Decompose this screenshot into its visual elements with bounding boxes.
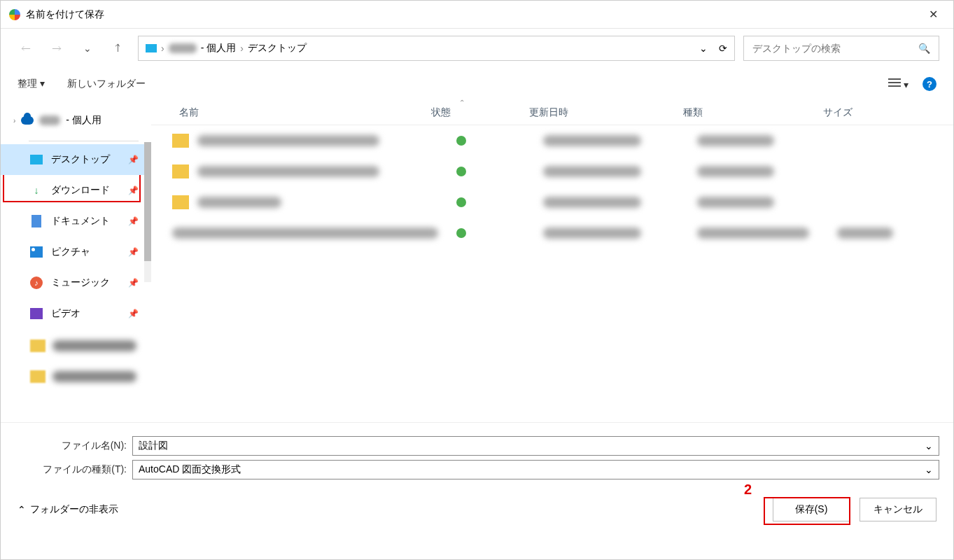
search-input[interactable]	[752, 43, 918, 54]
column-headers: 名前 状態 更新日時 種類 サイズ	[151, 100, 953, 125]
desktop-icon	[30, 155, 43, 164]
sync-status-icon	[456, 197, 466, 207]
onedrive-icon	[21, 116, 34, 125]
pin-icon[interactable]: 📌	[128, 309, 139, 318]
sidebar-item-redacted[interactable]	[30, 332, 139, 360]
up-button[interactable]: 🡑	[107, 37, 129, 59]
file-row[interactable]	[151, 187, 953, 218]
column-size[interactable]: サイズ	[823, 106, 893, 119]
organize-menu[interactable]: 整理 ▾	[17, 78, 45, 90]
sidebar-item-redacted[interactable]	[30, 363, 139, 391]
breadcrumb-leaf[interactable]: デスクトップ	[248, 42, 307, 55]
sidebar-item-downloads[interactable]: ↓ ダウンロード 📌	[1, 175, 151, 206]
chevron-right-icon[interactable]: ›	[13, 117, 15, 125]
filetype-combobox[interactable]: AutoCAD 図面交換形式 ⌄	[132, 460, 939, 479]
back-button[interactable]: 🡐	[15, 37, 37, 59]
sidebar-item-videos[interactable]: ビデオ 📌	[1, 298, 151, 329]
address-bar[interactable]: › - 個人用 › デスクトップ ⌄ ⟳	[138, 36, 735, 61]
chevron-right-icon: ›	[240, 43, 244, 54]
pin-icon[interactable]: 📌	[128, 247, 139, 257]
breadcrumb-user-suffix[interactable]: - 個人用	[201, 42, 237, 55]
sidebar: › - 個人用 1 デスクトップ 📌 ↓ ダウンロード 📌 ドキュメント 📌	[1, 100, 151, 422]
toolbar: 整理 ▾ 新しいフォルダー ▾ ?	[1, 68, 953, 100]
document-icon	[31, 215, 41, 227]
search-icon[interactable]: 🔍	[918, 43, 930, 54]
chevron-down-icon[interactable]: ⌄	[925, 440, 933, 451]
folder-icon	[172, 164, 189, 178]
chevron-down-icon[interactable]: ⌄	[925, 464, 933, 475]
save-button[interactable]: 保存(S)	[773, 498, 850, 522]
file-list: ⌃ 名前 状態 更新日時 種類 サイズ	[151, 100, 953, 422]
sort-indicator-icon: ⌃	[459, 99, 465, 106]
close-icon[interactable]: ✕	[922, 4, 945, 25]
file-row[interactable]	[151, 125, 953, 156]
pin-icon[interactable]: 📌	[128, 186, 139, 195]
tree-item-personal[interactable]: › - 個人用	[1, 107, 151, 134]
pin-icon[interactable]: 📌	[128, 278, 139, 288]
pin-icon[interactable]: 📌	[128, 216, 139, 226]
filetype-label: ファイルの種類(T):	[15, 463, 127, 476]
new-folder-button[interactable]: 新しいフォルダー	[67, 78, 146, 90]
folder-icon	[172, 134, 189, 148]
window-title: 名前を付けて保存	[26, 8, 104, 21]
filename-combobox[interactable]: ⌄	[132, 436, 939, 456]
filetype-value: AutoCAD 図面交換形式	[139, 463, 241, 476]
filename-label: ファイル名(N):	[15, 440, 127, 452]
sidebar-item-label: ピクチャ	[51, 246, 90, 258]
sidebar-item-label: デスクトップ	[51, 153, 110, 166]
sidebar-item-label: ドキュメント	[51, 215, 110, 227]
folder-icon	[172, 195, 189, 209]
chevron-right-icon: ›	[161, 43, 164, 54]
sidebar-item-label: ダウンロード	[51, 184, 110, 197]
breadcrumb-user-redacted	[169, 43, 197, 53]
cancel-button[interactable]: キャンセル	[860, 498, 937, 522]
sidebar-item-music[interactable]: ミュージック 📌	[1, 267, 151, 298]
list-icon	[888, 78, 901, 88]
download-icon: ↓	[30, 184, 43, 197]
filename-input[interactable]	[139, 440, 925, 451]
file-row[interactable]	[151, 218, 953, 248]
divider	[29, 141, 139, 141]
column-type[interactable]: 種類	[683, 106, 823, 119]
tree-user-redacted	[39, 115, 60, 125]
chevron-up-icon: ⌃	[17, 504, 26, 515]
tree-personal-label: - 個人用	[66, 114, 101, 127]
save-form: ファイル名(N): ⌄ ファイルの種類(T): AutoCAD 図面交換形式 ⌄	[1, 422, 953, 487]
music-icon	[30, 276, 43, 289]
file-row[interactable]	[151, 156, 953, 187]
sync-status-icon	[456, 228, 466, 238]
recent-locations-button[interactable]: ⌄	[76, 37, 99, 59]
search-box[interactable]: 🔍	[743, 36, 939, 61]
chevron-down-icon[interactable]: ⌄	[699, 43, 708, 54]
app-icon	[9, 9, 20, 20]
picture-icon	[30, 246, 43, 258]
column-date[interactable]: 更新日時	[529, 106, 683, 119]
sidebar-item-documents[interactable]: ドキュメント 📌	[1, 206, 151, 237]
column-state[interactable]: 状態	[431, 106, 529, 119]
footer: ⌃ フォルダーの非表示 2 保存(S) キャンセル	[1, 487, 953, 532]
column-name[interactable]: 名前	[151, 106, 431, 119]
scrollbar-thumb[interactable]	[144, 142, 151, 261]
sync-status-icon	[456, 167, 466, 176]
forward-button[interactable]: 🡒	[45, 37, 68, 59]
annotation-number-2: 2	[744, 482, 752, 498]
title-bar: 名前を付けて保存 ✕	[1, 1, 953, 29]
sidebar-item-label: ビデオ	[51, 307, 80, 320]
sync-status-icon	[456, 136, 466, 146]
toggle-folders-button[interactable]: ⌃ フォルダーの非表示	[17, 503, 118, 516]
scrollbar[interactable]	[144, 142, 151, 282]
sidebar-item-pictures[interactable]: ピクチャ 📌	[1, 237, 151, 267]
sidebar-item-desktop[interactable]: デスクトップ 📌	[1, 144, 151, 175]
navigation-row: 🡐 🡒 ⌄ 🡑 › - 個人用 › デスクトップ ⌄ ⟳ 🔍	[1, 29, 953, 68]
toggle-folders-label: フォルダーの非表示	[30, 503, 118, 516]
view-options-button[interactable]: ▾	[888, 78, 909, 90]
location-icon	[146, 44, 157, 52]
pin-icon[interactable]: 📌	[128, 155, 139, 164]
sidebar-item-label: ミュージック	[51, 276, 110, 289]
video-icon	[30, 308, 43, 319]
help-icon[interactable]: ?	[923, 77, 937, 91]
refresh-icon[interactable]: ⟳	[719, 43, 727, 54]
